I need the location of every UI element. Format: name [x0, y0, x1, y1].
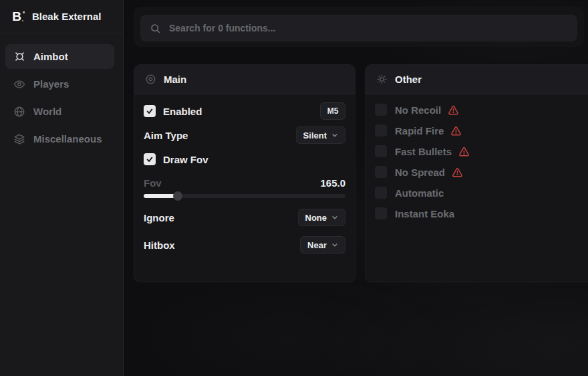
eye-icon — [13, 78, 25, 90]
warning-icon — [448, 104, 459, 116]
feature-checkbox[interactable] — [375, 145, 387, 157]
fov-slider-thumb[interactable] — [173, 191, 182, 201]
main-panel-body: Enabled M5 Aim Type Silent Draw Fov Fov — [134, 94, 355, 262]
feature-checkbox[interactable] — [375, 124, 387, 136]
app-logo-icon: B — [9, 9, 24, 24]
sidebar-item-label: World — [33, 106, 61, 117]
feature-label: Rapid Fire — [395, 125, 444, 136]
sidebar-item-aimbot[interactable]: Aimbot — [5, 44, 114, 69]
hitbox-row: Hitbox Near — [144, 236, 345, 254]
crosshair-icon — [13, 51, 25, 63]
feature-checkbox[interactable] — [375, 166, 387, 178]
fov-slider-fill — [144, 194, 178, 198]
app-title: Bleak External — [32, 11, 101, 22]
fov-slider-track[interactable] — [144, 194, 345, 198]
sidebar-item-miscellaneous[interactable]: Miscellaneous — [5, 126, 114, 151]
fov-value-row: Fov 165.0 — [144, 176, 345, 189]
search-bar[interactable] — [140, 15, 577, 41]
chevron-down-icon — [331, 132, 338, 138]
enabled-checkbox[interactable] — [144, 105, 156, 117]
sidebar-item-label: Miscellaneous — [33, 133, 102, 145]
main-panel-title: Main — [164, 74, 186, 85]
warning-icon — [458, 146, 470, 157]
other-feature-row: Rapid Fire — [375, 123, 586, 138]
other-panel-body: No Recoil Rapid Fire Fast Bullets — [365, 94, 588, 229]
enabled-row: Enabled M5 — [144, 102, 345, 120]
other-feature-row: Fast Bullets — [375, 144, 586, 159]
sidebar: B Bleak External Aimbot Players — [0, 0, 124, 376]
feature-checkbox[interactable] — [375, 104, 387, 116]
target-icon — [145, 74, 156, 85]
other-feature-row: No Recoil — [375, 102, 586, 117]
enabled-keybind-badge[interactable]: M5 — [320, 102, 345, 120]
chevron-down-icon — [331, 214, 338, 221]
ignore-label: Ignore — [144, 212, 174, 223]
sidebar-item-label: Aimbot — [33, 51, 68, 62]
other-panel: Other No Recoil Rapid Fire — [365, 64, 588, 282]
warning-icon — [450, 125, 462, 136]
other-panel-title: Other — [395, 74, 422, 85]
feature-label: No Recoil — [395, 104, 441, 116]
fov-slider[interactable] — [144, 191, 345, 201]
draw-fov-checkbox[interactable] — [144, 153, 156, 165]
draw-fov-row: Draw Fov — [144, 151, 345, 168]
feature-label: No Spread — [395, 167, 445, 178]
search-input[interactable] — [169, 23, 568, 33]
hitbox-value: Near — [307, 240, 327, 250]
feature-label: Automatic — [395, 187, 444, 199]
fov-value: 165.0 — [320, 177, 345, 189]
sidebar-item-players[interactable]: Players — [5, 72, 114, 96]
feature-checkbox[interactable] — [375, 207, 387, 219]
sidebar-header: B Bleak External — [0, 0, 123, 33]
search-icon — [150, 23, 161, 34]
sidebar-nav: Aimbot Players World — [0, 33, 123, 151]
search-bar-container — [134, 7, 584, 47]
aim-type-dropdown[interactable]: Silent — [296, 126, 345, 144]
feature-checkbox[interactable] — [375, 187, 387, 199]
gear-icon — [376, 74, 388, 85]
enabled-label: Enabled — [163, 106, 202, 117]
other-feature-row: No Spread — [375, 165, 586, 179]
aim-type-value: Silent — [303, 130, 327, 140]
ignore-dropdown[interactable]: None — [298, 209, 346, 226]
hitbox-label: Hitbox — [144, 240, 175, 251]
feature-label: Instant Eoka — [395, 208, 454, 219]
warning-icon — [452, 167, 463, 178]
ignore-value: None — [305, 213, 327, 223]
globe-icon — [13, 106, 25, 118]
other-panel-header: Other — [365, 65, 588, 94]
sidebar-item-world[interactable]: World — [5, 99, 114, 124]
hitbox-dropdown[interactable]: Near — [300, 236, 345, 254]
fov-label: Fov — [144, 177, 162, 189]
sidebar-item-label: Players — [33, 78, 69, 90]
chevron-down-icon — [331, 242, 338, 248]
main-panel-header: Main — [134, 65, 355, 94]
other-feature-row: Instant Eoka — [375, 206, 586, 221]
aim-type-label: Aim Type — [144, 130, 188, 141]
ignore-row: Ignore None — [144, 209, 345, 226]
draw-fov-label: Draw Fov — [163, 154, 208, 165]
aim-type-row: Aim Type Silent — [144, 126, 345, 144]
feature-label: Fast Bullets — [395, 146, 452, 157]
other-feature-row: Automatic — [375, 185, 586, 200]
layers-icon — [13, 133, 25, 145]
main-panel: Main Enabled M5 Aim Type Silent — [134, 64, 355, 282]
